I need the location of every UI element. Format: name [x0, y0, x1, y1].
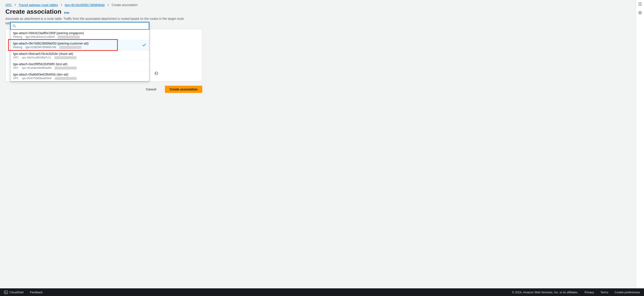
- dropdown-option-primary: tgw-attach-0fe7d38236906ef33 (peering-cu…: [13, 42, 146, 45]
- dropdown-search-wrap: [10, 22, 149, 30]
- breadcrumb: VPC Transit gateway route tables tgw-rtb…: [6, 3, 630, 7]
- dropdown-option-type: VPC: [13, 56, 19, 59]
- info-icon[interactable]: [638, 2, 642, 7]
- dropdown-option-resource: vpc-05c67f26d9aad30e9: [22, 77, 52, 80]
- redacted-block: [54, 67, 76, 70]
- svg-point-6: [640, 12, 641, 13]
- page-title: Create association: [6, 8, 61, 15]
- dropdown-option-resource: tgw-00bc80cbce1cdd54f: [26, 35, 54, 39]
- dropdown-option[interactable]: tgw-attach-0ee3f9f56283f36f0 (test-att)V…: [10, 61, 149, 71]
- dropdown-option-secondary: VPCvpc-04d7ecd832f8d7c21: [13, 56, 146, 59]
- dropdown-option-type: VPC: [13, 66, 19, 70]
- dropdown-option-type: Peering: [13, 35, 22, 39]
- breadcrumb-link-vpc[interactable]: VPC: [6, 3, 12, 7]
- dropdown-option-resource: vpc-0f1a4ae446d90ad64: [22, 66, 52, 70]
- dropdown-option-primary: tgw-attach-0ee3f9f56283f36f0 (test-att): [13, 62, 146, 66]
- dropdown-option-secondary: VPCvpc-05c67f26d9aad30e9: [13, 77, 146, 80]
- attachment-dropdown: tgw-attach-099c823adf641f69f (peering-si…: [10, 22, 150, 81]
- check-icon: [142, 43, 146, 47]
- redacted-block: [58, 36, 80, 39]
- cookie-preferences-link[interactable]: Cookie preferences: [614, 290, 640, 294]
- refresh-button[interactable]: [154, 71, 158, 75]
- dropdown-option-secondary: VPCvpc-0f1a4ae446d90ad64: [13, 66, 146, 70]
- info-link[interactable]: Info: [64, 11, 70, 15]
- dropdown-option[interactable]: tgw-attach-0fe7d38236906ef33 (peering-cu…: [10, 40, 149, 50]
- create-association-button[interactable]: Create association: [165, 86, 202, 93]
- settings-icon[interactable]: [638, 11, 642, 15]
- dropdown-search-input[interactable]: [18, 23, 147, 29]
- dropdown-option-primary: tgw-attach-0b4cae578c4c82b3e (share-att): [13, 52, 146, 56]
- chevron-right-icon: [14, 4, 16, 6]
- feedback-link[interactable]: Feedback: [30, 290, 43, 294]
- dropdown-option-secondary: Peeringtgw-00bc80cbce1cdd54f: [13, 35, 146, 39]
- dropdown-option-type: VPC: [13, 77, 19, 80]
- dropdown-option-resource: tgw-01582947d546b57eb: [26, 46, 56, 49]
- dropdown-option-primary: tgw-attach-0fa9b6f3e62f8465b (dev-att): [13, 73, 146, 76]
- dropdown-list: tgw-attach-099c823adf641f69f (peering-si…: [10, 30, 149, 81]
- dropdown-option[interactable]: tgw-attach-0fa9b6f3e62f8465b (dev-att)VP…: [10, 71, 149, 81]
- svg-rect-7: [4, 291, 8, 294]
- redacted-block: [59, 46, 81, 49]
- breadcrumb-link-route-tables[interactable]: Transit gateway route tables: [19, 3, 58, 7]
- dropdown-option-primary: tgw-attach-099c823adf641f69f (peering-si…: [13, 31, 146, 35]
- svg-marker-5: [639, 11, 642, 15]
- chevron-right-icon: [107, 4, 109, 6]
- breadcrumb-link-rtb[interactable]: tgw-rtb-0ec6056c7db984bde: [65, 3, 105, 7]
- form-actions: Cancel Create association: [6, 86, 202, 93]
- dropdown-option-type: Peering: [13, 46, 22, 49]
- search-icon: [12, 24, 16, 28]
- dropdown-option[interactable]: tgw-attach-099c823adf641f69f (peering-si…: [10, 30, 149, 40]
- breadcrumb-current: Create association: [112, 3, 138, 7]
- terms-link[interactable]: Terms: [600, 290, 608, 294]
- redacted-block: [54, 77, 76, 80]
- dropdown-option-secondary: Peeringtgw-01582947d546b57eb: [13, 46, 146, 49]
- dropdown-option[interactable]: tgw-attach-0b4cae578c4c82b3e (share-att)…: [10, 50, 149, 61]
- cloudshell-label: CloudShell: [10, 290, 24, 294]
- chevron-right-icon: [60, 4, 62, 6]
- svg-point-0: [13, 25, 15, 27]
- redacted-block: [54, 56, 76, 59]
- right-help-rail: [636, 0, 644, 288]
- copyright-text: © 2024, Amazon Web Services, Inc. or its…: [512, 290, 578, 294]
- cloudshell-button[interactable]: CloudShell: [4, 290, 24, 294]
- console-footer: CloudShell Feedback © 2024, Amazon Web S…: [0, 288, 644, 296]
- svg-line-1: [15, 26, 16, 27]
- privacy-link[interactable]: Privacy: [584, 290, 594, 294]
- cancel-button[interactable]: Cancel: [142, 86, 161, 93]
- dropdown-option-resource: vpc-04d7ecd832f8d7c21: [22, 56, 51, 59]
